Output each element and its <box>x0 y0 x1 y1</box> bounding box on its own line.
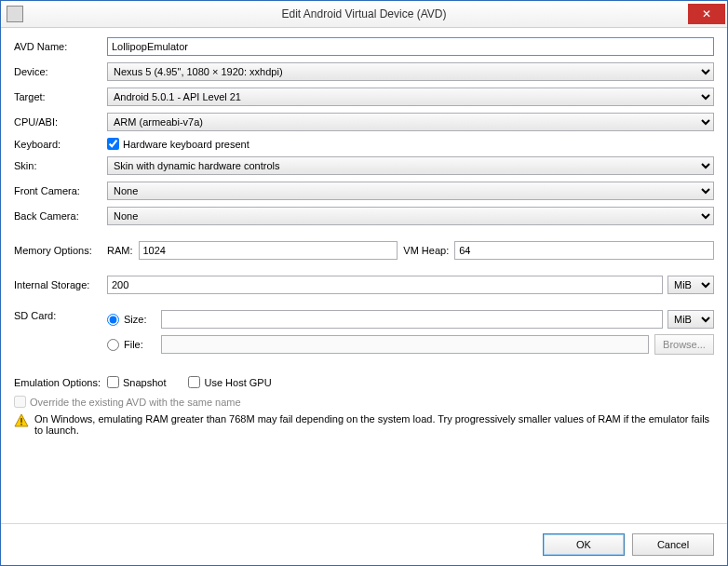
warning-text: On Windows, emulating RAM greater than 7… <box>34 413 714 436</box>
snapshot-option[interactable]: Snapshot <box>107 376 166 388</box>
sd-card-label: SD Card: <box>14 310 107 321</box>
skin-label: Skin: <box>14 160 107 171</box>
hardware-keyboard-checkbox[interactable] <box>107 138 119 150</box>
back-camera-select[interactable]: None <box>107 207 714 225</box>
sd-size-input[interactable] <box>161 310 663 329</box>
target-label: Target: <box>14 91 107 102</box>
use-host-gpu-text: Use Host GPU <box>204 377 271 388</box>
titlebar: Edit Android Virtual Device (AVD) ✕ <box>1 1 727 28</box>
skin-select[interactable]: Skin with dynamic hardware controls <box>107 156 714 175</box>
sd-size-radio[interactable] <box>107 314 119 326</box>
target-select[interactable]: Android 5.0.1 - API Level 21 <box>107 88 714 106</box>
cancel-button[interactable]: Cancel <box>632 533 714 556</box>
window-title: Edit Android Virtual Device (AVD) <box>1 7 727 20</box>
close-icon: ✕ <box>702 7 711 20</box>
svg-rect-2 <box>20 424 22 425</box>
ram-input[interactable] <box>139 241 398 260</box>
override-row: Override the existing AVD with the same … <box>14 396 714 408</box>
ram-label: RAM: <box>107 245 133 256</box>
hardware-keyboard-text: Hardware keyboard present <box>123 139 249 150</box>
dialog-footer: OK Cancel <box>1 523 727 565</box>
vm-heap-label: VM Heap: <box>403 245 449 256</box>
svg-rect-1 <box>20 418 22 423</box>
internal-storage-label: Internal Storage: <box>14 279 107 290</box>
avd-dialog: Edit Android Virtual Device (AVD) ✕ AVD … <box>0 0 728 566</box>
cpu-abi-select[interactable]: ARM (armeabi-v7a) <box>107 113 714 131</box>
dialog-body: AVD Name: Device: Nexus 5 (4.95", 1080 ×… <box>1 28 727 523</box>
sd-size-label: Size: <box>124 314 161 325</box>
app-icon <box>7 6 23 22</box>
sd-file-label: File: <box>124 339 161 350</box>
browse-button[interactable]: Browse... <box>654 334 714 355</box>
warning-icon <box>14 413 29 428</box>
override-checkbox <box>14 396 26 408</box>
override-text: Override the existing AVD with the same … <box>30 397 241 408</box>
front-camera-label: Front Camera: <box>14 185 107 196</box>
sd-size-unit-select[interactable]: MiB <box>667 310 714 329</box>
sd-file-radio[interactable] <box>107 339 119 351</box>
vm-heap-input[interactable] <box>454 241 714 260</box>
device-label: Device: <box>14 66 107 77</box>
use-host-gpu-option[interactable]: Use Host GPU <box>188 376 271 388</box>
avd-name-input[interactable] <box>107 37 714 56</box>
sd-file-input[interactable] <box>161 335 649 354</box>
ok-button[interactable]: OK <box>543 533 625 556</box>
snapshot-text: Snapshot <box>123 377 166 388</box>
internal-storage-input[interactable] <box>107 276 663 294</box>
internal-storage-unit-select[interactable]: MiB <box>667 276 714 294</box>
back-camera-label: Back Camera: <box>14 210 107 222</box>
front-camera-select[interactable]: None <box>107 182 714 200</box>
warning-row: On Windows, emulating RAM greater than 7… <box>14 413 714 436</box>
use-host-gpu-checkbox[interactable] <box>188 376 200 388</box>
close-button[interactable]: ✕ <box>688 4 725 24</box>
device-select[interactable]: Nexus 5 (4.95", 1080 × 1920: xxhdpi) <box>107 62 714 81</box>
snapshot-checkbox[interactable] <box>107 376 119 388</box>
keyboard-label: Keyboard: <box>14 139 107 150</box>
cpu-abi-label: CPU/ABI: <box>14 116 107 128</box>
avd-name-label: AVD Name: <box>14 41 107 52</box>
memory-options-label: Memory Options: <box>14 245 107 256</box>
emulation-options-label: Emulation Options: <box>14 377 107 388</box>
